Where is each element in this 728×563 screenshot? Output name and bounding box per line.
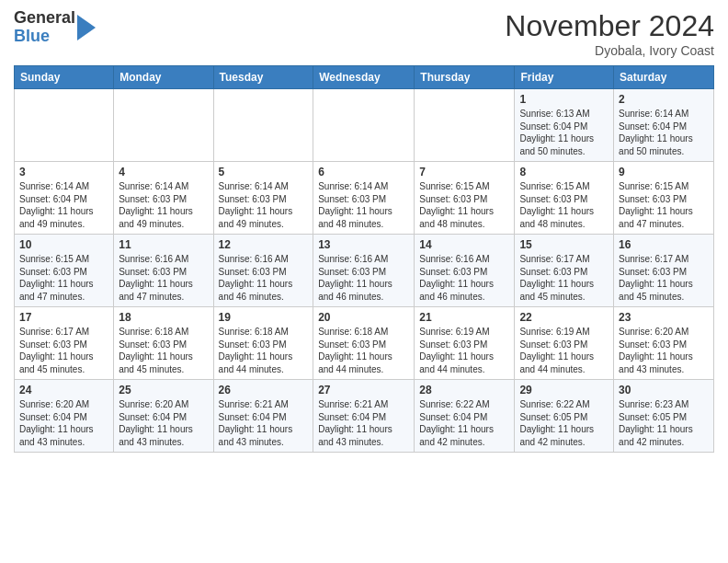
calendar-cell-w1-d1: 4Sunrise: 6:14 AM Sunset: 6:03 PM Daylig…	[114, 162, 213, 235]
day-info: Sunrise: 6:16 AM Sunset: 6:03 PM Dayligh…	[318, 253, 409, 303]
calendar-cell-w3-d4: 21Sunrise: 6:19 AM Sunset: 6:03 PM Dayli…	[415, 307, 515, 380]
day-number: 22	[519, 311, 609, 324]
week-row-0: 1Sunrise: 6:13 AM Sunset: 6:04 PM Daylig…	[15, 89, 714, 162]
day-info: Sunrise: 6:17 AM Sunset: 6:03 PM Dayligh…	[619, 253, 709, 303]
day-info: Sunrise: 6:14 AM Sunset: 6:04 PM Dayligh…	[19, 180, 108, 230]
calendar-cell-w2-d4: 14Sunrise: 6:16 AM Sunset: 6:03 PM Dayli…	[415, 235, 515, 307]
week-row-1: 3Sunrise: 6:14 AM Sunset: 6:04 PM Daylig…	[15, 162, 714, 235]
calendar-cell-w2-d2: 12Sunrise: 6:16 AM Sunset: 6:03 PM Dayli…	[213, 235, 313, 307]
calendar-cell-w4-d6: 30Sunrise: 6:23 AM Sunset: 6:05 PM Dayli…	[614, 380, 714, 453]
day-number: 21	[419, 311, 509, 324]
day-number: 5	[219, 166, 309, 178]
day-number: 28	[419, 384, 509, 396]
day-number: 8	[519, 166, 609, 178]
day-info: Sunrise: 6:14 AM Sunset: 6:04 PM Dayligh…	[619, 108, 709, 157]
title-section: November 2024 Dyobala, Ivory Coast	[505, 9, 714, 58]
day-info: Sunrise: 6:15 AM Sunset: 6:03 PM Dayligh…	[19, 253, 108, 303]
col-sunday: Sunday	[15, 66, 114, 89]
calendar-cell-w2-d3: 13Sunrise: 6:16 AM Sunset: 6:03 PM Dayli…	[313, 235, 415, 307]
day-number: 20	[318, 311, 409, 324]
day-number: 30	[619, 384, 709, 396]
day-info: Sunrise: 6:20 AM Sunset: 6:03 PM Dayligh…	[619, 326, 709, 375]
day-info: Sunrise: 6:19 AM Sunset: 6:03 PM Dayligh…	[519, 326, 609, 375]
day-number: 7	[419, 166, 509, 178]
page: General Blue November 2024 Dyobala, Ivor…	[0, 0, 728, 466]
day-info: Sunrise: 6:15 AM Sunset: 6:03 PM Dayligh…	[519, 180, 609, 230]
calendar-cell-w0-d2	[213, 89, 313, 162]
day-number: 13	[318, 238, 409, 251]
day-info: Sunrise: 6:18 AM Sunset: 6:03 PM Dayligh…	[219, 326, 309, 375]
day-number: 26	[219, 384, 309, 396]
calendar-header-row: Sunday Monday Tuesday Wednesday Thursday…	[15, 66, 714, 89]
col-monday: Monday	[114, 66, 213, 89]
week-row-2: 10Sunrise: 6:15 AM Sunset: 6:03 PM Dayli…	[15, 235, 714, 307]
col-thursday: Thursday	[415, 66, 515, 89]
calendar-cell-w3-d0: 17Sunrise: 6:17 AM Sunset: 6:03 PM Dayli…	[15, 307, 114, 380]
calendar-cell-w2-d0: 10Sunrise: 6:15 AM Sunset: 6:03 PM Dayli…	[15, 235, 114, 307]
day-number: 27	[318, 384, 409, 396]
day-info: Sunrise: 6:15 AM Sunset: 6:03 PM Dayligh…	[619, 180, 709, 230]
calendar-cell-w2-d1: 11Sunrise: 6:16 AM Sunset: 6:03 PM Dayli…	[114, 235, 213, 307]
calendar-cell-w4-d3: 27Sunrise: 6:21 AM Sunset: 6:04 PM Dayli…	[313, 380, 415, 453]
calendar-cell-w1-d0: 3Sunrise: 6:14 AM Sunset: 6:04 PM Daylig…	[15, 162, 114, 235]
logo: General Blue	[14, 9, 97, 46]
logo-general-text: General	[14, 9, 75, 28]
day-info: Sunrise: 6:17 AM Sunset: 6:03 PM Dayligh…	[19, 326, 108, 375]
month-title: November 2024	[505, 9, 714, 43]
day-number: 3	[19, 166, 108, 178]
calendar: Sunday Monday Tuesday Wednesday Thursday…	[14, 65, 714, 453]
calendar-cell-w2-d5: 15Sunrise: 6:17 AM Sunset: 6:03 PM Dayli…	[515, 235, 614, 307]
day-number: 4	[119, 166, 208, 178]
col-friday: Friday	[515, 66, 614, 89]
day-info: Sunrise: 6:16 AM Sunset: 6:03 PM Dayligh…	[419, 253, 509, 303]
calendar-cell-w0-d0	[15, 89, 114, 162]
calendar-cell-w0-d4	[415, 89, 515, 162]
day-info: Sunrise: 6:22 AM Sunset: 6:04 PM Dayligh…	[419, 398, 509, 448]
col-tuesday: Tuesday	[213, 66, 313, 89]
calendar-cell-w3-d1: 18Sunrise: 6:18 AM Sunset: 6:03 PM Dayli…	[114, 307, 213, 380]
calendar-cell-w0-d1	[114, 89, 213, 162]
day-number: 17	[19, 311, 108, 324]
calendar-cell-w1-d5: 8Sunrise: 6:15 AM Sunset: 6:03 PM Daylig…	[515, 162, 614, 235]
day-number: 11	[119, 238, 208, 251]
day-number: 29	[519, 384, 609, 396]
calendar-cell-w1-d6: 9Sunrise: 6:15 AM Sunset: 6:03 PM Daylig…	[614, 162, 714, 235]
calendar-cell-w3-d2: 19Sunrise: 6:18 AM Sunset: 6:03 PM Dayli…	[213, 307, 313, 380]
day-number: 1	[519, 93, 609, 106]
day-info: Sunrise: 6:16 AM Sunset: 6:03 PM Dayligh…	[119, 253, 208, 303]
col-saturday: Saturday	[614, 66, 714, 89]
day-info: Sunrise: 6:18 AM Sunset: 6:03 PM Dayligh…	[119, 326, 208, 375]
day-info: Sunrise: 6:23 AM Sunset: 6:05 PM Dayligh…	[619, 398, 709, 448]
day-number: 16	[619, 238, 709, 251]
day-number: 10	[19, 238, 108, 251]
day-info: Sunrise: 6:17 AM Sunset: 6:03 PM Dayligh…	[519, 253, 609, 303]
day-info: Sunrise: 6:19 AM Sunset: 6:03 PM Dayligh…	[419, 326, 509, 375]
day-info: Sunrise: 6:13 AM Sunset: 6:04 PM Dayligh…	[519, 108, 609, 157]
location: Dyobala, Ivory Coast	[505, 43, 714, 58]
calendar-cell-w1-d2: 5Sunrise: 6:14 AM Sunset: 6:03 PM Daylig…	[213, 162, 313, 235]
day-number: 15	[519, 238, 609, 251]
header: General Blue November 2024 Dyobala, Ivor…	[14, 9, 714, 58]
day-info: Sunrise: 6:22 AM Sunset: 6:05 PM Dayligh…	[519, 398, 609, 448]
day-number: 24	[19, 384, 108, 396]
logo-icon	[77, 15, 96, 40]
calendar-cell-w2-d6: 16Sunrise: 6:17 AM Sunset: 6:03 PM Dayli…	[614, 235, 714, 307]
calendar-cell-w0-d5: 1Sunrise: 6:13 AM Sunset: 6:04 PM Daylig…	[515, 89, 614, 162]
col-wednesday: Wednesday	[313, 66, 415, 89]
calendar-cell-w4-d1: 25Sunrise: 6:20 AM Sunset: 6:04 PM Dayli…	[114, 380, 213, 453]
week-row-4: 24Sunrise: 6:20 AM Sunset: 6:04 PM Dayli…	[15, 380, 714, 453]
calendar-cell-w4-d5: 29Sunrise: 6:22 AM Sunset: 6:05 PM Dayli…	[515, 380, 614, 453]
day-number: 9	[619, 166, 709, 178]
day-number: 12	[219, 238, 309, 251]
day-number: 18	[119, 311, 208, 324]
day-number: 2	[619, 93, 709, 106]
day-number: 19	[219, 311, 309, 324]
calendar-cell-w1-d3: 6Sunrise: 6:14 AM Sunset: 6:03 PM Daylig…	[313, 162, 415, 235]
day-number: 25	[119, 384, 208, 396]
calendar-cell-w3-d3: 20Sunrise: 6:18 AM Sunset: 6:03 PM Dayli…	[313, 307, 415, 380]
day-number: 23	[619, 311, 709, 324]
day-info: Sunrise: 6:14 AM Sunset: 6:03 PM Dayligh…	[318, 180, 409, 230]
day-info: Sunrise: 6:21 AM Sunset: 6:04 PM Dayligh…	[318, 398, 409, 448]
day-info: Sunrise: 6:16 AM Sunset: 6:03 PM Dayligh…	[219, 253, 309, 303]
day-info: Sunrise: 6:20 AM Sunset: 6:04 PM Dayligh…	[119, 398, 208, 448]
